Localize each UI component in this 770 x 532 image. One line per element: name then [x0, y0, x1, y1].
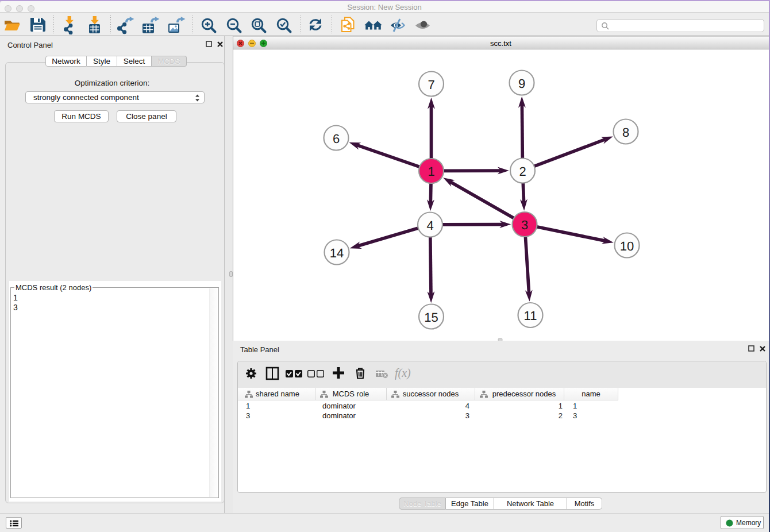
svg-text:1: 1: [428, 164, 434, 179]
svg-text:6: 6: [333, 132, 340, 146]
svg-text:f(x): f(x): [395, 367, 411, 380]
svg-text:9: 9: [518, 76, 525, 91]
svg-text:14: 14: [330, 246, 344, 260]
svg-text:10: 10: [620, 239, 634, 253]
svg-text:11: 11: [524, 309, 537, 323]
svg-text:4: 4: [426, 218, 433, 233]
svg-text:7: 7: [428, 78, 434, 92]
svg-text:3: 3: [521, 218, 528, 232]
svg-text:15: 15: [424, 310, 438, 325]
svg-text:2: 2: [519, 164, 526, 179]
svg-text:8: 8: [622, 125, 629, 140]
